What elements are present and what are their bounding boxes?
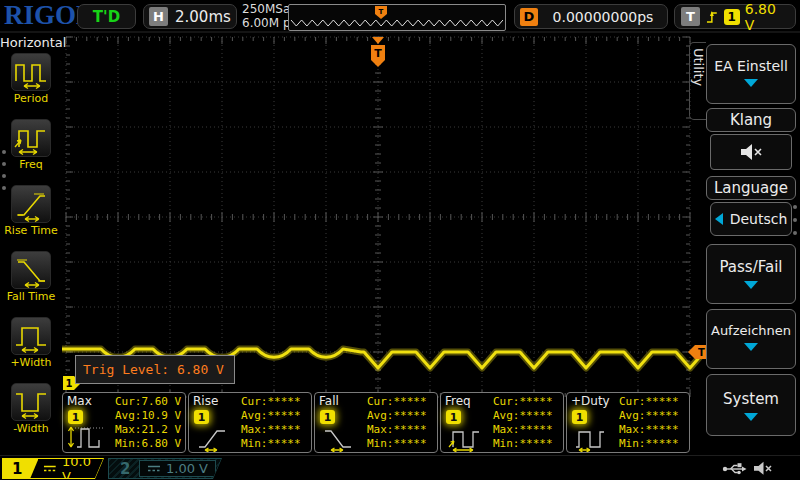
channel-2-number: 2 [109, 460, 139, 478]
delay-value: 0.00000000ps [544, 9, 662, 25]
fall-time-icon [12, 251, 50, 289]
max-icon [65, 422, 111, 452]
rise-time-icon [12, 185, 50, 223]
freq-icon [12, 119, 50, 157]
menu-label-klang: Klang [706, 108, 796, 132]
trig-level-readout: Trig Level: 6.80 V [75, 355, 235, 384]
channel-status-bar: 1 10.0 V 2 1.00 V [0, 455, 800, 480]
sidebar-item-neg-width[interactable]: -Width [0, 383, 62, 449]
utility-menu-tab: Utility [689, 42, 706, 120]
menu-label-language: Language [706, 176, 796, 200]
oscilloscope-screen: RIGOL T'D H 2.00ms 250MSa/s 6.00M pts T … [0, 0, 800, 480]
speaker-muted-icon [752, 459, 774, 478]
freq-meas-icon [443, 422, 489, 452]
usb-icon [722, 462, 748, 476]
svg-text:T: T [374, 47, 382, 60]
menu-button-language-value[interactable]: Deutsch [710, 202, 792, 236]
channel-2-scale: 1.00 V [166, 461, 208, 476]
dc-coupling-icon [147, 464, 161, 473]
svg-text:T: T [698, 347, 705, 358]
channel-1-scale: 10.0 V [62, 454, 103, 480]
sidebar-item-fall-time[interactable]: Fall Time [0, 251, 62, 317]
delay-block[interactable]: D 0.00000000ps [514, 4, 668, 29]
sidebar-item-freq[interactable]: Freq [0, 119, 62, 185]
period-icon [12, 53, 50, 91]
menu-button-ea-einstell[interactable]: EA Einstell [706, 44, 796, 104]
chevron-down-icon [744, 79, 758, 87]
pos-width-icon [12, 317, 50, 355]
svg-text:T: T [379, 8, 384, 16]
measurement-panel-fall[interactable]: Fall 1 Cur:***** Avg:***** Max:***** Min… [314, 392, 438, 453]
rise-icon [191, 422, 237, 452]
svg-text:1: 1 [66, 378, 73, 389]
delay-icon: D [520, 8, 538, 26]
waveform-preview-strip[interactable]: T [288, 4, 506, 31]
menu-button-pass-fail[interactable]: Pass/Fail [706, 244, 796, 304]
sidebar-item-pos-width[interactable]: +Width [0, 317, 62, 383]
horizontal-timebase-block[interactable]: H 2.00ms [143, 4, 237, 29]
preview-wave-icon: T [289, 5, 503, 28]
menu-button-system[interactable]: System [706, 374, 796, 436]
speaker-muted-icon [738, 141, 764, 163]
sidebar-title: Horizontal [0, 35, 62, 50]
sidebar-item-rise-time[interactable]: Rise Time [0, 185, 62, 251]
trigger-source-badge: 1 [724, 9, 740, 25]
measurement-panel-max[interactable]: Max 1 Cur:7.60 V Avg:10.9 V Max:21.2 V M… [62, 392, 186, 453]
sidebar-scroll-indicator [2, 150, 6, 190]
measurement-panel-rise[interactable]: Rise 1 Cur:***** Avg:***** Max:***** Min… [188, 392, 312, 453]
sidebar-item-period[interactable]: Period [0, 53, 62, 119]
chevron-left-icon [715, 213, 723, 225]
measurement-row: Max 1 Cur:7.60 V Avg:10.9 V Max:21.2 V M… [62, 392, 690, 453]
measurement-panel-freq[interactable]: Freq 1 Cur:***** Avg:***** Max:***** Min… [440, 392, 564, 453]
chevron-down-icon [744, 343, 758, 351]
trigger-level-value: 6.80 V [745, 1, 789, 33]
trigger-info-block[interactable]: T 1 6.80 V [674, 4, 796, 29]
horizontal-icon: H [149, 7, 168, 26]
fall-icon [317, 422, 363, 452]
dc-coupling-icon [43, 464, 57, 473]
chevron-down-icon [744, 413, 758, 421]
channel-2-badge[interactable]: 2 1.00 V [108, 458, 222, 479]
menu-button-klang-mute[interactable] [710, 134, 792, 170]
top-status-bar: RIGOL T'D H 2.00ms 250MSa/s 6.00M pts T … [0, 0, 800, 33]
rising-edge-icon [705, 9, 719, 25]
menu-page-indicator [793, 205, 797, 235]
measurement-sidebar: Horizontal Period Freq Rise Time [0, 33, 62, 455]
channel-1-badge[interactable]: 1 10.0 V [2, 458, 104, 479]
menu-button-aufzeichnen[interactable]: Aufzeichnen [706, 309, 796, 369]
trigger-status-badge: T'D [77, 4, 136, 29]
trigger-icon: T [681, 7, 700, 26]
measurement-panel-pos-duty[interactable]: +Duty 1 Cur:***** Avg:***** Max:***** Mi… [566, 392, 690, 453]
pos-duty-icon [569, 422, 615, 452]
timebase-value: 2.00ms [175, 8, 231, 26]
chevron-down-icon [744, 281, 758, 289]
neg-width-icon [12, 383, 50, 421]
channel-1-number: 1 [3, 459, 38, 478]
